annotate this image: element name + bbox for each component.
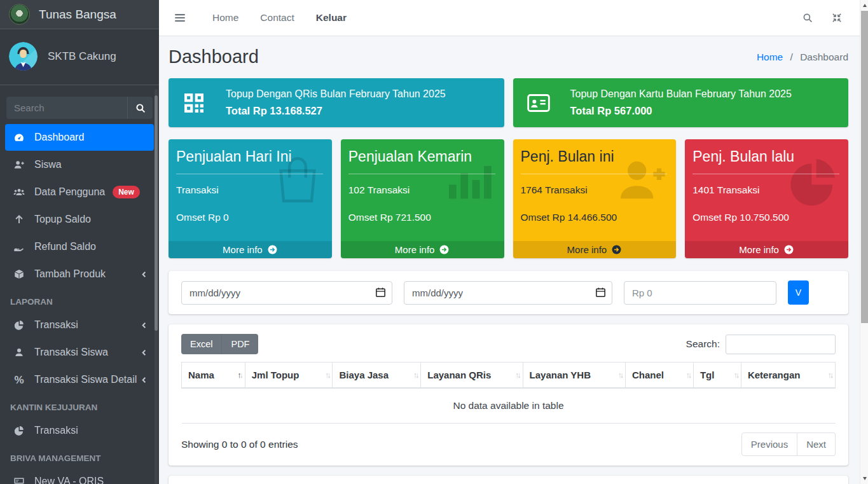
breadcrumb-current: Dashboard bbox=[800, 52, 848, 62]
bottom-filter-card bbox=[169, 476, 848, 484]
datatable-card: Excel PDF Search: Nama ↑↓ bbox=[169, 324, 848, 466]
column-header-biaya-jasa[interactable]: Biaya Jasa ↑↓ bbox=[333, 363, 421, 389]
info-box-title: Topup Dengan QRis Bulan February Tahun 2… bbox=[226, 88, 446, 100]
column-header-layanan-yhb[interactable]: Layanan YHB ↑↓ bbox=[523, 363, 625, 389]
column-header-tgl[interactable]: Tgl ↑↓ bbox=[693, 363, 741, 389]
small-box-penjualan-kemarin: Penjualan Kemarin 102 Transaksi Omset Rp… bbox=[341, 139, 504, 258]
table-search-label: Search: bbox=[686, 338, 720, 350]
sidebar-item-label: Transaksi bbox=[34, 319, 78, 331]
scroll-down-arrow-icon[interactable] bbox=[860, 473, 868, 484]
user-name: SKTB Cakung bbox=[48, 50, 116, 63]
sidebar-search-input[interactable] bbox=[6, 97, 127, 119]
sidebar-item-label: Transaksi Siswa Detail bbox=[34, 374, 137, 385]
filter-submit-button[interactable]: V bbox=[788, 280, 809, 305]
column-header-nama[interactable]: Nama ↑↓ bbox=[182, 363, 245, 389]
sidebar-item-new-va-qris[interactable]: New VA - QRIS bbox=[5, 468, 154, 484]
navbar-link-keluar[interactable]: Keluar bbox=[316, 12, 347, 24]
sidebar: Tunas Bangsa SKTB Cakung Dashboard bbox=[0, 0, 159, 484]
compress-icon[interactable] bbox=[831, 12, 843, 24]
sort-icon: ↑↓ bbox=[413, 371, 418, 380]
small-box-penjualan-bulan-lalu: Penj. Bulan lalu 1401 Transaksi Omset Rp… bbox=[685, 139, 848, 258]
more-info-link[interactable]: More info bbox=[169, 241, 332, 258]
sort-icon: ↑↓ bbox=[733, 371, 738, 380]
sidebar-scrollbar[interactable] bbox=[155, 89, 158, 484]
sidebar-item-transaksi-siswa[interactable]: Transaksi Siswa bbox=[5, 339, 154, 366]
sidebar-item-dashboard[interactable]: Dashboard bbox=[5, 124, 154, 151]
column-header-layanan-qris[interactable]: Layanan QRis ↑↓ bbox=[421, 363, 523, 389]
sidebar-item-siswa[interactable]: Siswa bbox=[5, 151, 154, 178]
arrow-up-icon bbox=[10, 214, 28, 225]
column-header-chanel[interactable]: Chanel ↑↓ bbox=[625, 363, 693, 389]
chevron-left-icon bbox=[141, 377, 148, 384]
table-info-text: Showing 0 to 0 of 0 entries bbox=[181, 439, 298, 450]
sidebar-section-kantin-kejujuran: KANTIN KEJUJURAN bbox=[0, 394, 159, 417]
users-icon bbox=[10, 186, 28, 198]
sidebar-item-label: Siswa bbox=[34, 159, 62, 170]
sidebar-item-topup-saldo[interactable]: Topup Saldo bbox=[5, 206, 154, 233]
more-info-label: More info bbox=[739, 244, 779, 255]
calendar-icon[interactable] bbox=[595, 286, 607, 301]
sidebar-item-label: Topup Saldo bbox=[34, 214, 91, 225]
school-logo bbox=[9, 4, 30, 25]
more-info-link[interactable]: More info bbox=[341, 241, 504, 258]
more-info-link[interactable]: More info bbox=[513, 241, 677, 258]
sidebar-scrollbar-thumb[interactable] bbox=[155, 95, 158, 331]
sidebar-item-tambah-produk[interactable]: Tambah Produk bbox=[5, 261, 154, 287]
sidebar-item-label: Refund Saldo bbox=[34, 241, 96, 252]
sidebar-item-transaksi[interactable]: Transaksi bbox=[5, 312, 154, 338]
sidebar-item-label: Data Pengguna bbox=[34, 186, 105, 198]
page-title: Dashboard bbox=[169, 46, 259, 67]
column-header-keterangan[interactable]: Keterangan ↑↓ bbox=[741, 363, 835, 389]
previous-button[interactable]: Previous bbox=[741, 432, 797, 456]
small-box-omset: Omset Rp 721.500 bbox=[348, 212, 497, 223]
search-icon[interactable] bbox=[802, 12, 813, 24]
date-from-input[interactable] bbox=[181, 281, 392, 305]
small-box-omset: Omset Rp 14.466.500 bbox=[521, 212, 669, 223]
column-header-jml-topup[interactable]: Jml Topup ↑↓ bbox=[245, 363, 333, 389]
amount-input[interactable] bbox=[624, 281, 776, 305]
avatar bbox=[9, 42, 38, 71]
date-to-input[interactable] bbox=[404, 281, 612, 305]
user-panel[interactable]: SKTB Cakung bbox=[0, 29, 159, 85]
navbar-link-home[interactable]: Home bbox=[212, 12, 238, 24]
sidebar-item-label: Transaksi bbox=[34, 425, 78, 436]
user-plus-icon bbox=[10, 159, 28, 170]
sort-icon: ↑↓ bbox=[237, 371, 242, 380]
sidebar-item-label: Tambah Produk bbox=[34, 268, 106, 280]
divider bbox=[521, 174, 668, 174]
page-scrollbar-thumb[interactable] bbox=[861, 11, 868, 323]
small-box-penjualan-hari-ini: Penjualan Hari Ini Transaksi Omset Rp 0 … bbox=[169, 139, 332, 258]
sidebar-item-transaksi-kantin[interactable]: Transaksi bbox=[5, 417, 154, 444]
small-box-omset: Omset Rp 10.750.500 bbox=[692, 212, 841, 223]
date-to-field bbox=[404, 281, 612, 305]
chevron-left-icon bbox=[141, 322, 148, 329]
pdf-button[interactable]: PDF bbox=[221, 334, 258, 354]
scroll-up-arrow-icon[interactable] bbox=[860, 0, 868, 11]
chart-pie-icon bbox=[10, 425, 28, 436]
table-search-input[interactable] bbox=[726, 335, 836, 354]
sidebar-item-refund-saldo[interactable]: Refund Saldo bbox=[5, 233, 154, 260]
excel-button[interactable]: Excel bbox=[181, 334, 221, 354]
page-scrollbar[interactable] bbox=[860, 0, 868, 484]
breadcrumb-home-link[interactable]: Home bbox=[757, 52, 783, 62]
next-button[interactable]: Next bbox=[797, 432, 836, 456]
small-box-title: Penjualan Hari Ini bbox=[176, 148, 324, 165]
more-info-link[interactable]: More info bbox=[685, 241, 848, 258]
sidebar-search-button[interactable] bbox=[127, 97, 153, 119]
chevron-left-icon bbox=[141, 271, 148, 278]
menu-toggle-icon[interactable] bbox=[169, 7, 191, 29]
info-box-total: Total Rp 567.000 bbox=[570, 105, 792, 117]
sort-icon: ↑↓ bbox=[515, 371, 520, 380]
empty-table-message: No data available in table bbox=[182, 388, 836, 424]
sidebar-item-transaksi-siswa-detail[interactable]: % Transaksi Siswa Detail bbox=[5, 366, 154, 393]
breadcrumb-separator: / bbox=[790, 52, 793, 62]
navbar-link-contact[interactable]: Contact bbox=[260, 12, 294, 24]
brand-link[interactable]: Tunas Bangsa bbox=[0, 0, 159, 29]
sort-icon: ↑↓ bbox=[685, 371, 690, 380]
sort-icon: ↑↓ bbox=[617, 371, 622, 380]
sidebar-item-label: Transaksi Siswa bbox=[34, 347, 108, 358]
search-icon bbox=[135, 102, 146, 114]
sidebar-item-label: New VA - QRIS bbox=[34, 476, 104, 484]
calendar-icon[interactable] bbox=[375, 286, 387, 301]
sidebar-item-data-pengguna[interactable]: Data Pengguna New bbox=[5, 179, 154, 205]
